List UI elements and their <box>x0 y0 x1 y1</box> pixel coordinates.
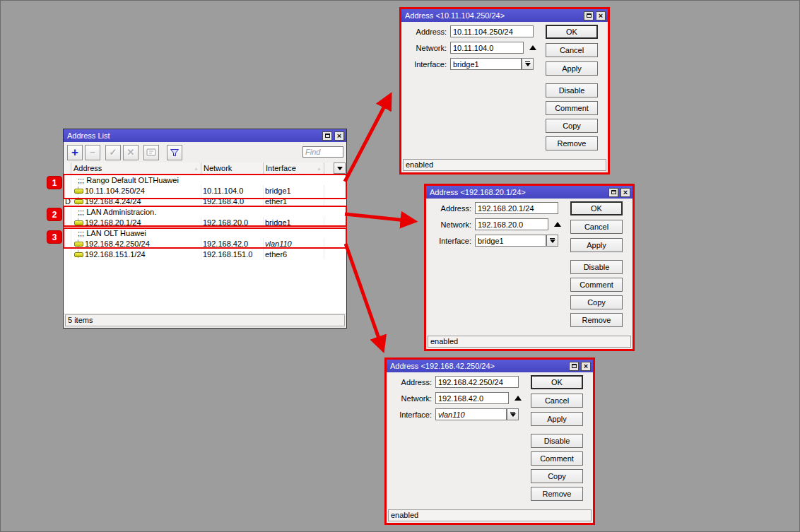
network-field[interactable] <box>435 392 509 404</box>
sort-icon: ▲ <box>194 166 199 171</box>
maximize-button[interactable] <box>569 362 579 371</box>
comment-button[interactable]: Comment <box>570 278 623 292</box>
network-field[interactable] <box>475 218 548 230</box>
column-address[interactable]: Address▲ <box>71 162 201 174</box>
maximize-icon <box>572 364 577 368</box>
interface-dropdown-button[interactable] <box>546 235 558 247</box>
table-row[interactable]: D 192.168.4.24/24 192.168.4.0 ether1 <box>64 196 346 206</box>
flag-cell: D <box>64 196 71 206</box>
column-select-button[interactable] <box>334 162 346 174</box>
disable-button[interactable]: Disable <box>570 260 623 274</box>
apply-button[interactable]: Apply <box>531 412 583 426</box>
address-label: Address: <box>401 28 447 36</box>
table-row[interactable]: 192.168.42.250/24 192.168.42.0 vlan110 <box>64 238 346 249</box>
ip-address-icon <box>73 187 83 194</box>
address-field[interactable] <box>450 25 534 37</box>
table-row[interactable]: 192.168.151.1/24 192.168.151.0 ether6 <box>64 249 346 259</box>
interface-field[interactable] <box>435 408 507 420</box>
interface-label: Interface: <box>426 237 471 245</box>
status-text: enabled <box>388 509 592 521</box>
comment-button[interactable]: Comment <box>531 451 583 466</box>
remove-button[interactable]: Remove <box>570 313 623 327</box>
maximize-button[interactable] <box>608 188 618 197</box>
table-row[interactable]: 10.11.104.250/24 10.11.104.0 bridge1 <box>64 185 346 196</box>
interface-cell: bridge1 <box>264 217 324 227</box>
comment-text: ;;; LAN OLT Huawei <box>71 227 346 238</box>
network-cell: 10.11.104.0 <box>201 185 264 196</box>
close-icon: × <box>623 189 628 196</box>
collapse-up-icon[interactable] <box>514 396 522 401</box>
chevron-down-icon <box>525 63 531 66</box>
address-cell: 192.168.4.24/24 <box>85 197 141 206</box>
annotation-badge-3: 3 <box>47 230 62 244</box>
table-row-comment[interactable]: ;;; Rango Default OLTHuawei <box>64 175 346 185</box>
network-label: Network: <box>401 44 447 52</box>
dialog-titlebar[interactable]: Address <192.168.20.1/24> × <box>426 186 633 199</box>
enable-button[interactable]: ✓ <box>105 145 121 160</box>
column-network[interactable]: Network <box>201 162 264 174</box>
ip-address-icon <box>73 250 83 258</box>
collapse-up-icon[interactable] <box>554 222 561 227</box>
cancel-button[interactable]: Cancel <box>546 43 598 57</box>
remove-button[interactable]: − <box>85 145 100 160</box>
apply-button[interactable]: Apply <box>570 238 623 252</box>
interface-cell: ether1 <box>264 196 324 206</box>
column-interface[interactable]: Interface▲ <box>264 162 324 174</box>
add-button[interactable]: + <box>67 145 83 160</box>
ip-address-icon <box>73 240 83 247</box>
close-button[interactable]: × <box>596 11 606 20</box>
network-field[interactable] <box>450 42 524 54</box>
disable-button[interactable]: ✕ <box>123 145 139 160</box>
maximize-button[interactable] <box>322 131 332 141</box>
filter-button[interactable] <box>167 145 182 160</box>
comment-button[interactable]: Comment <box>546 101 598 115</box>
remove-button[interactable]: Remove <box>531 487 583 501</box>
interface-field[interactable] <box>450 58 522 70</box>
network-cell: 192.168.4.0 <box>201 196 264 206</box>
table-row-comment[interactable]: ;;; LAN Administracion. <box>64 206 346 217</box>
close-button[interactable]: × <box>334 131 344 141</box>
cancel-button[interactable]: Cancel <box>570 220 623 234</box>
column-flags[interactable] <box>64 162 71 174</box>
disable-button[interactable]: Disable <box>546 83 598 97</box>
address-label: Address: <box>387 378 432 386</box>
apply-button[interactable]: Apply <box>546 61 598 76</box>
address-cell: 10.11.104.250/24 <box>85 187 145 195</box>
remove-button[interactable]: Remove <box>546 136 598 150</box>
ok-button[interactable]: OK <box>570 201 623 215</box>
find-input[interactable] <box>302 146 343 158</box>
interface-field[interactable] <box>475 235 546 247</box>
dialog-titlebar[interactable]: Address <192.168.42.250/24> × <box>387 360 593 372</box>
table-row-comment[interactable]: ;;; LAN OLT Huawei <box>64 227 346 238</box>
close-icon: × <box>584 362 588 370</box>
ok-button[interactable]: OK <box>546 25 598 39</box>
cancel-button[interactable]: Cancel <box>531 394 583 408</box>
table-row[interactable]: 192.168.20.1/24 192.168.20.0 bridge1 <box>64 217 346 227</box>
maximize-icon <box>325 134 330 138</box>
interface-dropdown-button[interactable] <box>507 408 519 420</box>
dialog-title: Address <192.168.42.250/24> <box>389 362 567 370</box>
disable-button[interactable]: Disable <box>531 434 583 448</box>
address-list-titlebar[interactable]: Address List × <box>64 129 346 142</box>
copy-button[interactable]: Copy <box>570 295 623 309</box>
arrow-3 <box>346 244 382 348</box>
interface-dropdown-button[interactable] <box>522 58 534 70</box>
maximize-button[interactable] <box>584 11 594 20</box>
flag-cell <box>64 238 71 249</box>
collapse-up-icon[interactable] <box>529 45 536 50</box>
interface-cell: vlan110 <box>264 238 324 249</box>
close-button[interactable]: × <box>581 362 591 371</box>
copy-button[interactable]: Copy <box>531 469 583 483</box>
address-cell: 192.168.151.1/24 <box>85 250 146 259</box>
dialog-titlebar[interactable]: Address <10.11.104.250/24> × <box>401 9 608 22</box>
address-dialog-3: Address <192.168.42.250/24> × Address: N… <box>384 357 595 525</box>
ok-button[interactable]: OK <box>531 375 583 389</box>
address-field[interactable] <box>435 376 519 388</box>
chevron-down-icon <box>550 240 555 243</box>
arrow-2 <box>345 214 413 221</box>
address-field[interactable] <box>475 202 558 214</box>
comment-button[interactable] <box>143 145 159 160</box>
copy-button[interactable]: Copy <box>546 119 598 133</box>
close-button[interactable]: × <box>620 188 630 197</box>
network-cell: 192.168.42.0 <box>201 238 264 249</box>
